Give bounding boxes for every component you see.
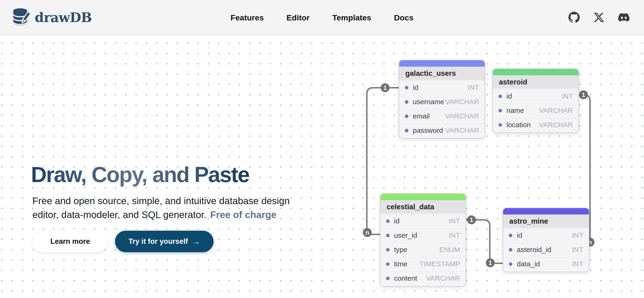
field-name: id [394,217,400,225]
field-type: INT [449,231,460,239]
field-type: INT [562,92,573,100]
field-row-password[interactable]: passwordVARCHAR [399,124,485,137]
field-name: id [506,92,512,100]
table-name: asteroid [493,75,578,89]
field-row-content[interactable]: contentVARCHAR [380,271,466,285]
field-dot-icon [405,86,408,90]
field-dot-icon [386,248,390,252]
field-type: INT [572,231,583,239]
field-type: VARCHAR [426,274,460,282]
table-accent-strip [399,60,485,67]
field-row-username[interactable]: usernameVARCHAR [399,95,485,109]
field-row-id[interactable]: idINT [493,89,578,103]
field-dot-icon [386,220,390,223]
field-type: VARCHAR [445,126,479,134]
nav-links: FeaturesEditorTemplatesDocs [230,0,414,35]
field-name: id [413,84,418,92]
discord-icon[interactable] [618,12,630,23]
field-row-user_id[interactable]: user_idINT [380,228,466,242]
nav-link-docs[interactable]: Docs [394,13,414,22]
field-type: ENUM [439,246,460,254]
field-type: VARCHAR [539,106,573,114]
x-icon[interactable] [593,12,604,23]
table-accent-strip [493,69,578,75]
cardinality-label: 1 [384,84,387,91]
table-name: astro_mine [503,214,589,228]
table-accent-strip [380,194,466,200]
field-dot-icon [386,262,390,266]
field-dot-icon [509,234,512,237]
field-type: INT [468,84,479,92]
field-dot-icon [405,114,408,118]
drawdb-landing-page: Draw, Copy, and Paste Free and open sour… [0,0,644,298]
field-row-id[interactable]: idINT [399,80,485,94]
github-icon[interactable] [568,12,580,23]
field-row-type[interactable]: typeENUM [380,242,466,256]
field-dot-icon [498,123,502,127]
nav-link-templates[interactable]: Templates [332,13,371,22]
field-type: INT [572,246,583,254]
cardinality-label: 1 [582,91,585,98]
field-name: content [394,274,417,282]
field-row-data_id[interactable]: data_idINT [503,257,589,271]
field-name: location [506,121,531,129]
table-card-astro_mine[interactable]: astro_mineidINTasteroid_idINTdata_idINT [503,208,589,272]
field-dot-icon [386,234,390,237]
nav-link-editor[interactable]: Editor [286,13,310,22]
field-type: VARCHAR [445,112,479,120]
field-dot-icon [498,94,502,98]
drawdb-logo-icon [12,8,31,27]
field-dot-icon [498,109,502,112]
field-dot-icon [509,262,512,266]
field-type: TIMESTAMP [420,260,460,268]
field-name: id [517,231,522,239]
field-name: username [413,98,444,106]
field-row-id[interactable]: idINT [503,228,589,242]
cardinality-label: n [366,229,369,236]
top-navbar: drawDB FeaturesEditorTemplatesDocs [0,0,644,35]
field-type: VARCHAR [445,98,479,106]
drawdb-logo[interactable]: drawDB [12,8,92,27]
table-card-celestial_data[interactable]: celestial_dataidINTuser_idINTtypeENUMtim… [380,193,466,286]
nav-link-features[interactable]: Features [230,13,264,22]
field-name: password [413,126,443,134]
field-name: email [413,112,430,120]
field-type: INT [572,260,583,268]
cardinality-label: 1 [489,259,492,266]
social-icons [568,12,632,23]
field-name: data_id [517,260,540,268]
table-card-asteroid[interactable]: asteroididINTnameVARCHARlocationVARCHAR [492,68,579,133]
field-row-id[interactable]: idINT [380,214,466,228]
field-row-location[interactable]: locationVARCHAR [493,118,578,132]
field-row-email[interactable]: emailVARCHAR [399,109,485,123]
relationship-line [466,220,503,263]
brand-name: drawDB [35,10,92,25]
field-name: time [394,260,408,268]
table-name: galactic_users [399,67,485,80]
field-dot-icon [386,277,390,280]
field-row-name[interactable]: nameVARCHAR [493,104,578,117]
cardinality-label: 1 [470,216,473,224]
field-name: name [506,106,524,114]
field-dot-icon [509,248,512,252]
field-type: INT [449,217,460,225]
field-name: asteroid_id [517,246,551,254]
field-type: VARCHAR [539,121,573,129]
field-name: type [394,246,408,254]
field-row-asteroid_id[interactable]: asteroid_idINT [503,242,589,256]
table-name: celestial_data [380,200,466,214]
field-dot-icon [405,129,408,132]
field-row-time[interactable]: timeTIMESTAMP [380,257,466,271]
field-name: user_id [394,231,417,239]
field-dot-icon [405,100,408,104]
table-card-galactic_users[interactable]: galactic_usersidINTusernameVARCHARemailV… [399,60,485,138]
table-accent-strip [503,208,589,214]
